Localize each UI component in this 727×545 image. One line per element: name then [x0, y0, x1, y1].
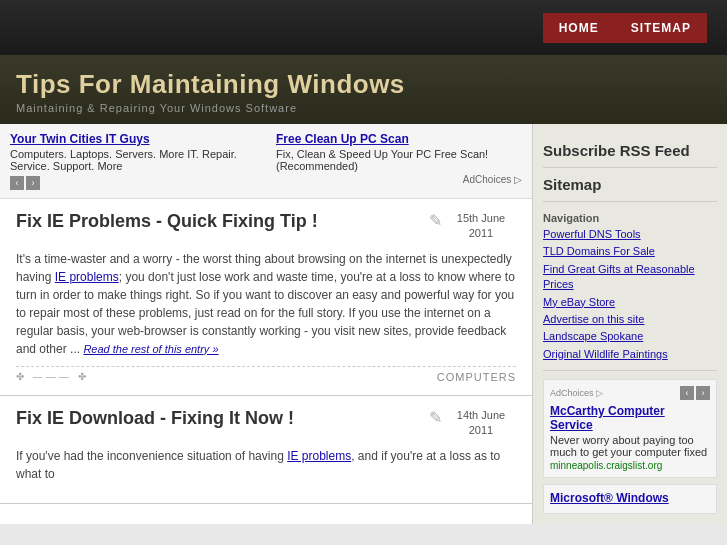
sidebar: Subscribe RSS Feed Sitemap Navigation Po…: [532, 124, 727, 524]
header: HOME SITEMAP: [0, 0, 727, 55]
sidebar-ad-nav: ‹ ›: [680, 386, 710, 400]
article-1-category: COMPUTERS: [437, 371, 516, 383]
article-2-body: If you've had the inconvenience situatio…: [16, 447, 516, 483]
article-2-date-line2: 2011: [469, 424, 493, 436]
sidebar-ad-2: Microsoft® Windows: [543, 484, 717, 514]
sidebar-ad: AdChoices ▷ ‹ › McCarthy Computer Servic…: [543, 379, 717, 478]
sidebar-link-gifts[interactable]: Find Great Gifts at Reasonable Prices: [543, 262, 717, 293]
article-2: Fix IE Download - Fixing It Now ! 14th J…: [0, 396, 532, 504]
ad-next-button[interactable]: ›: [26, 176, 40, 190]
sidebar-ad-text: Never worry about paying too much to get…: [550, 434, 710, 458]
sidebar-link-ebay[interactable]: My eBay Store: [543, 295, 717, 310]
sidebar-divider-3: [543, 370, 717, 371]
ie-problems-link-2[interactable]: IE problems: [287, 449, 351, 463]
sidebar-link-advertise[interactable]: Advertise on this site: [543, 312, 717, 327]
article-1-body: It's a time-waster and a worry - the wor…: [16, 250, 516, 358]
sidebar-nav-title: Navigation: [543, 212, 717, 224]
ad-block-1: Your Twin Cities IT Guys Computers. Lapt…: [10, 132, 256, 190]
sidebar-link-tld[interactable]: TLD Domains For Sale: [543, 244, 717, 259]
sidebar-rss-title: Subscribe RSS Feed: [543, 142, 717, 159]
site-title: Tips For Maintaining Windows: [16, 69, 711, 100]
ad-block-2: Free Clean Up PC Scan Fix, Clean & Speed…: [276, 132, 522, 190]
sidebar-link-wildlife[interactable]: Original Wildlife Paintings: [543, 347, 717, 362]
article-2-title: Fix IE Download - Fixing It Now !: [16, 408, 436, 429]
ad-1-text: Computers. Laptops. Servers. More IT. Re…: [10, 148, 256, 172]
article-1-footer: ✤ ——— ✤ COMPUTERS: [16, 366, 516, 383]
article-1: Fix IE Problems - Quick Fixing Tip ! 15t…: [0, 199, 532, 396]
article-2-date: 14th June 2011: [446, 408, 516, 439]
ad-nav-buttons: ‹ ›: [10, 176, 256, 190]
sidebar-ad-prev-button[interactable]: ‹: [680, 386, 694, 400]
sidebar-link-dns[interactable]: Powerful DNS Tools: [543, 227, 717, 242]
ad-2-title[interactable]: Free Clean Up PC Scan: [276, 132, 522, 146]
ad-1-title[interactable]: Your Twin Cities IT Guys: [10, 132, 256, 146]
home-nav-button[interactable]: HOME: [543, 13, 615, 43]
sidebar-ad-link[interactable]: minneapolis.craigslist.org: [550, 460, 710, 471]
article-2-date-line1: 14th June: [457, 409, 505, 421]
sidebar-adchoices-label: AdChoices ▷: [550, 388, 603, 398]
nav-bar: HOME SITEMAP: [543, 13, 707, 43]
sidebar-ad-next-button[interactable]: ›: [696, 386, 710, 400]
ad-2-text: Fix, Clean & Speed Up Your PC Free Scan!…: [276, 148, 522, 172]
article-1-title: Fix IE Problems - Quick Fixing Tip !: [16, 211, 436, 232]
title-bar: Tips For Maintaining Windows Maintaining…: [0, 55, 727, 124]
main-content: Your Twin Cities IT Guys Computers. Lapt…: [0, 124, 532, 524]
ad-bar: Your Twin Cities IT Guys Computers. Lapt…: [0, 124, 532, 199]
layout: Your Twin Cities IT Guys Computers. Lapt…: [0, 124, 727, 524]
article-1-date: 15th June 2011: [446, 211, 516, 242]
adchoices-label: AdChoices ▷: [276, 174, 522, 185]
article-1-edit-icon: ✎: [429, 211, 442, 230]
sidebar-link-landscape[interactable]: Landscape Spokane: [543, 329, 717, 344]
sidebar-divider-2: [543, 201, 717, 202]
sidebar-ad-title[interactable]: McCarthy Computer Service: [550, 404, 710, 432]
sidebar-ad-header: AdChoices ▷ ‹ ›: [550, 386, 710, 400]
ie-problems-link-1[interactable]: IE problems: [55, 270, 119, 284]
sidebar-sitemap-title: Sitemap: [543, 176, 717, 193]
site-subtitle: Maintaining & Repairing Your Windows Sof…: [16, 102, 711, 114]
article-1-date-line2: 2011: [469, 227, 493, 239]
read-more-1[interactable]: Read the rest of this entry »: [83, 343, 218, 355]
sidebar-divider-1: [543, 167, 717, 168]
sidebar-ad2-title[interactable]: Microsoft® Windows: [550, 491, 710, 505]
article-1-date-line1: 15th June: [457, 212, 505, 224]
article-1-divider: ✤ ——— ✤: [16, 371, 89, 382]
sitemap-nav-button[interactable]: SITEMAP: [615, 13, 707, 43]
article-2-edit-icon: ✎: [429, 408, 442, 427]
ad-prev-button[interactable]: ‹: [10, 176, 24, 190]
